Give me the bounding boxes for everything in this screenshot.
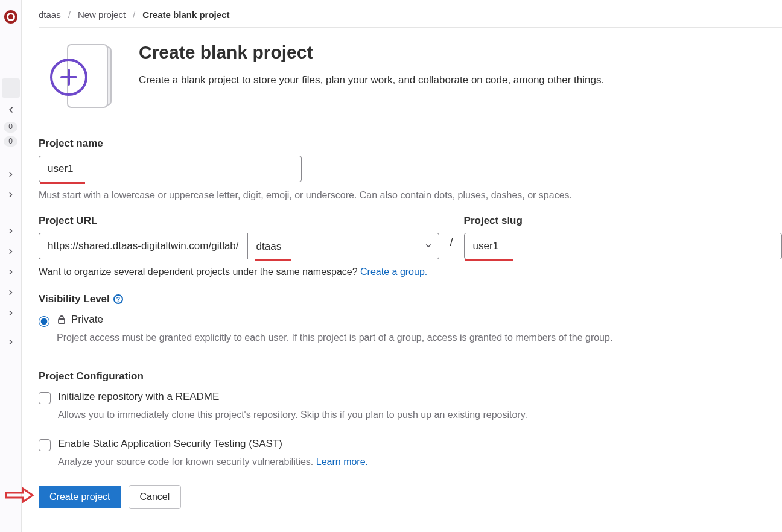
path-separator: / (450, 215, 453, 249)
readme-checkbox[interactable] (39, 392, 51, 404)
visibility-private-radio[interactable] (39, 316, 49, 327)
annotation-underline (40, 182, 85, 184)
sidebar-expand-item[interactable] (2, 264, 19, 280)
project-url-group: Project URL https://shared.dtaas-digital… (39, 215, 439, 259)
namespace-select[interactable]: dtaas (247, 233, 439, 259)
sidebar-nav-item[interactable] (2, 33, 20, 52)
breadcrumb-link[interactable]: New project (78, 10, 126, 20)
project-name-group: Project name Must start with a lowercase… (39, 138, 782, 203)
annotation-underline (255, 259, 291, 261)
page-header: Create blank project Create a blank proj… (39, 42, 782, 109)
help-icon[interactable]: ? (113, 294, 123, 304)
visibility-private-option: Private (39, 314, 782, 327)
sast-learn-more-link[interactable]: Learn more. (316, 457, 368, 467)
sast-description: Analyze your source code for known secur… (58, 455, 782, 469)
project-name-label: Project name (39, 138, 782, 150)
svg-rect-8 (59, 319, 65, 323)
readme-description: Allows you to immediately clone this pro… (58, 408, 782, 422)
sidebar: 0 0 (0, 0, 22, 532)
breadcrumb-separator: / (68, 10, 71, 20)
lock-icon (57, 315, 66, 325)
main-content: dtaas / New project / Create blank proje… (22, 0, 782, 532)
sidebar-expand-item[interactable] (2, 166, 19, 183)
breadcrumb-link[interactable]: dtaas (39, 10, 61, 20)
app-logo-icon[interactable] (4, 10, 18, 24)
url-slug-row: Project URL https://shared.dtaas-digital… (39, 215, 782, 259)
sidebar-badge[interactable]: 0 (4, 122, 17, 133)
sidebar-collapse-toggle[interactable] (2, 101, 19, 118)
project-url-label: Project URL (39, 215, 439, 227)
sidebar-expand-item[interactable] (2, 305, 19, 321)
sidebar-expand-item[interactable] (2, 186, 19, 203)
form-actions: Create project Cancel (39, 485, 782, 509)
page-title: Create blank project (139, 42, 604, 63)
sidebar-expand-item[interactable] (2, 243, 19, 260)
annotation-arrow-icon (5, 487, 34, 503)
configuration-header: Project Configuration (39, 370, 782, 382)
project-name-input[interactable] (39, 156, 302, 182)
project-slug-input[interactable] (464, 233, 782, 259)
sidebar-nav-item[interactable] (2, 55, 20, 75)
visibility-header: Visibility Level ? (39, 293, 782, 305)
sast-label: Enable Static Application Security Testi… (58, 438, 282, 450)
sidebar-badge[interactable]: 0 (4, 136, 17, 147)
page-description: Create a blank project to store your fil… (139, 72, 604, 88)
breadcrumb: dtaas / New project / Create blank proje… (39, 10, 782, 28)
project-name-help: Must start with a lowercase or uppercase… (39, 188, 782, 203)
project-url-prefix: https://shared.dtaas-digitaltwin.com/git… (39, 233, 247, 259)
readme-option: Initialize repository with a README (39, 391, 782, 404)
sast-option: Enable Static Application Security Testi… (39, 438, 782, 451)
breadcrumb-separator: / (133, 10, 135, 20)
namespace-help: Want to organize several dependent proje… (39, 267, 782, 277)
annotation-underline (465, 259, 513, 261)
create-project-button[interactable]: Create project (39, 486, 121, 508)
svg-point-2 (8, 14, 13, 19)
readme-label: Initialize repository with a README (58, 391, 219, 403)
visibility-private-label: Private (71, 314, 103, 326)
create-group-link[interactable]: Create a group. (360, 267, 427, 277)
cancel-button[interactable]: Cancel (129, 485, 182, 509)
sidebar-nav-item-active[interactable] (2, 78, 20, 98)
project-slug-label: Project slug (464, 215, 782, 227)
sidebar-expand-item[interactable] (2, 334, 19, 350)
visibility-private-description: Project access must be granted explicitl… (57, 331, 782, 345)
breadcrumb-current: Create blank project (142, 10, 229, 20)
sidebar-expand-item[interactable] (2, 223, 19, 239)
sast-checkbox[interactable] (39, 439, 51, 451)
blank-project-illustration-icon (39, 42, 117, 109)
project-slug-group: Project slug (464, 215, 782, 259)
sidebar-expand-item[interactable] (2, 284, 19, 301)
